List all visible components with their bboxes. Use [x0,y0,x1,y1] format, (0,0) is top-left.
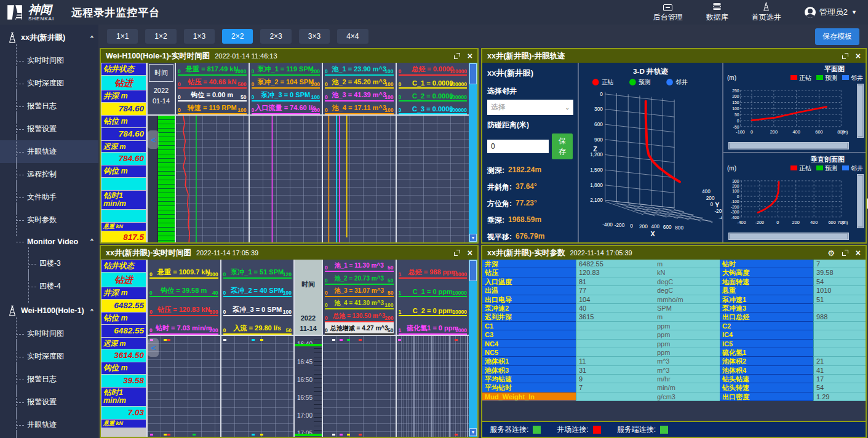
sidebar-item[interactable]: 报警设置 [0,117,98,140]
gear-icon[interactable]: ⚙ [827,249,835,257]
chevron-up-icon: ^ [90,34,94,41]
scrollbar-thumb[interactable] [469,63,477,84]
sidebar-item[interactable]: 远程控制 [0,163,98,186]
scrollbar-thumb[interactable] [730,143,847,148]
pan-left-button[interactable]: < [148,338,159,357]
layout-button-4x4[interactable]: 4×4 [337,29,368,44]
sidebar-item-monitor-video[interactable]: Monitor Video^ [0,231,98,252]
data-marker [398,339,401,341]
vertical-scrollbar[interactable] [857,174,864,228]
scrollbar-thumb[interactable] [730,234,847,239]
sidebar-well-header[interactable]: xx井(新井眼)^ [0,25,98,49]
curve-max: 50 [241,94,246,100]
curve-max: 100 [311,107,320,113]
layout-button-1x3[interactable]: 1×3 [184,29,215,44]
sidebar-item[interactable]: 四楼-3 [0,252,98,275]
param-name: 泵冲速2 [482,304,576,313]
curve-max: 40 [212,290,218,296]
expand-icon[interactable] [454,250,460,256]
track-legend: 0总烃 = 0.00001000000C_1 = 0.00001000000C_… [396,63,469,114]
sidebar-item[interactable]: 实时深度图 [0,345,98,368]
layout-button-1x2[interactable]: 1×2 [145,29,176,44]
panel-timestamp: 2022-01-14 11:46:13 [215,52,277,60]
param-value [813,340,867,348]
pan-left-button[interactable]: < [148,130,159,149]
svg-text:600: 600 [828,220,835,225]
close-icon[interactable]: × [856,249,861,257]
curve-min: 0 [149,309,153,315]
vertical-scrollbar[interactable] [857,84,864,138]
chart-scrollbar[interactable]: ▼ [469,260,477,437]
sidebar-item[interactable]: 实时深度图 [0,72,98,95]
data-marker [347,339,350,341]
svg-text:-400: -400 [719,215,722,221]
save-template-button[interactable]: 保存模板 [815,28,859,45]
expand-icon[interactable] [842,53,848,59]
curve-legend: 0转速 = 119 RPM100 [178,102,247,114]
scroll-down-icon[interactable]: ▼ [469,428,477,436]
expand-icon[interactable] [842,250,848,256]
sidebar-item[interactable]: 实时时间图 [0,49,98,72]
svg-text:-200: -200 [615,223,625,228]
curve-legend: 0总烃 = 0.0000100000 [399,63,468,76]
close-icon[interactable]: × [468,249,472,257]
user-menu[interactable]: 管理员2 ▼ [805,7,857,18]
svg-text:400: 400 [810,220,818,225]
sidebar-item[interactable]: 实时参数 [0,209,98,231]
curve-label: 泵冲_1 = 51 SPM [231,268,284,277]
logo-cn: 神闻 [28,4,54,15]
panel-timestamp: 2022-11-14 17:05:39 [570,249,632,257]
layout-button-2x3[interactable]: 2×3 [260,29,291,44]
sidebar-item[interactable]: 实时时间图 [0,322,98,345]
offset-well-select[interactable]: 选择 ⌄ [487,100,573,115]
param-value: 51 [813,295,867,304]
nav-item-admin[interactable]: 后台管理 [653,2,683,23]
sidebar-well-header[interactable]: Wei-H100(Hole-1)^ [0,298,98,322]
chart-scrollbar[interactable]: ▼ [469,63,477,242]
data-marker [223,339,226,341]
param-name: 钻压 [482,268,576,277]
anticollision-distance-input[interactable] [487,140,549,153]
curve-legend: 0悬重 = 1009.7 kN3000 [149,260,218,279]
layout-button-3x3[interactable]: 3×3 [299,29,330,44]
status-indicator [660,426,668,434]
save-distance-button[interactable]: 保存 [552,133,573,159]
sidebar-item[interactable]: 四楼-4 [0,275,98,298]
sidebar-item[interactable]: 报警日志 [0,368,98,391]
sidebar-item[interactable]: 报警日志 [0,95,98,117]
close-icon[interactable]: × [856,52,861,60]
sidebar-item[interactable]: 文件助手 [0,186,98,209]
track-legend: 0泵冲_1 = 51 SPM1200泵冲_2 = 40 SPM1000泵冲_3 … [220,260,294,335]
curve-legend: 0泵冲_3 = 0 SPM100 [223,297,292,316]
svg-text:100: 100 [732,106,739,111]
close-icon[interactable]: × [468,52,472,60]
scrollbar-thumb[interactable] [858,86,862,136]
scrollbar-thumb[interactable] [469,260,477,281]
sidebar-item[interactable]: 报警设置 [0,391,98,413]
status-column: 钻井状态钻进井深 m784.60钻位 m784.60迟深 m784.60钩位 m… [101,63,146,242]
vertical-section-chart: 垂直剖面图(m)正钻预测邻井3002001000-100-200-300-400… [723,153,866,242]
trajectory-2d-charts: 平面图(m)正钻预测邻井250200150100500-50-100020040… [723,63,866,242]
sidebar-item[interactable]: 井眼轨迹 [0,413,98,436]
nav-item-well-select[interactable]: 首页选井 [752,2,781,23]
status-label: 钻井状态 [102,63,146,75]
app-logo: 神闻 SHENKAI [0,4,54,22]
legend-label: 正钻 [799,74,811,81]
horizontal-scrollbar[interactable] [728,142,849,149]
layout-button-2x2[interactable]: 2×2 [222,29,253,44]
horizontal-scrollbar[interactable] [728,233,849,240]
sidebar-item[interactable]: 井眼轨迹 [0,140,98,163]
svg-text:-400: -400 [602,222,613,228]
curve-label: 池_3 = 31.07 m^3 [334,287,384,295]
status-label: 服务器连接: [490,424,528,435]
svg-text:50: 50 [735,113,739,117]
param-value: 11 [576,357,655,365]
curve-legend: 0钩位 = 0.00 m50 [178,89,247,102]
nav-item-database[interactable]: 数据库 [706,2,728,23]
layout-button-1x1[interactable]: 1×1 [107,29,138,44]
panel-realtime-parameters: xx井(新井眼)-实时参数 2022-11-14 17:05:39 ⚙ × 井深… [481,245,867,438]
scrollbar-thumb[interactable] [858,176,862,226]
scroll-down-icon[interactable]: ▼ [469,234,477,242]
curve-label: C_1 = 0 ppm [413,288,453,295]
expand-icon[interactable] [454,53,460,59]
